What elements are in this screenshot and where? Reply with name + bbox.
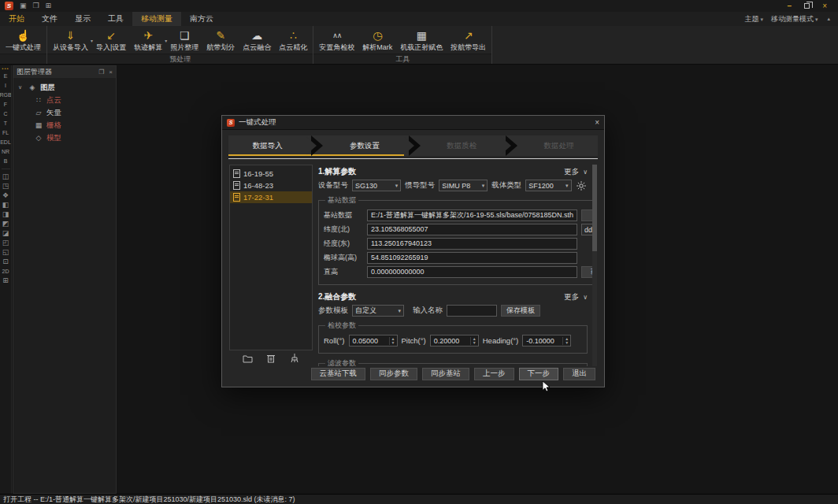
view-nr-icon[interactable]: NR [2, 148, 9, 155]
ribbon-item-pointcloud-fusion[interactable]: ☁ 点云融合 [239, 27, 275, 54]
longitude-input[interactable]: 113.250167940123 [367, 238, 577, 250]
layer-item-model[interactable]: ◇ 模型 [18, 132, 116, 144]
ribbon-item-trajectory-solve[interactable]: ✈ 轨迹解算 ▾ [130, 27, 166, 54]
next-step-button[interactable]: 下一步 [519, 368, 559, 380]
delete-trash-icon[interactable] [267, 354, 275, 363]
ribbon-item-strip-divide[interactable]: ✎ 航带划分 [202, 27, 239, 54]
sortie-item[interactable]: 16-19-55 [230, 168, 312, 180]
carrier-type-select[interactable]: SF1200 [525, 180, 571, 191]
menu-south-cloud[interactable]: 南方云 [181, 12, 222, 26]
view-f-icon[interactable]: F [4, 101, 7, 108]
dialog-scrollbar[interactable] [592, 165, 597, 366]
imu-model-select[interactable]: SIMU P8 [439, 180, 488, 191]
ribbon-item-import-from-device[interactable]: ⇓ 从设备导入 ▾ [49, 27, 92, 54]
latitude-input[interactable]: 23.105368055007 [367, 224, 577, 235]
tree-collapse-icon[interactable]: ∨ [18, 84, 24, 91]
vertical-height-input[interactable]: 0.000000000000 [367, 266, 577, 278]
gear-icon[interactable] [576, 180, 588, 191]
view-bottom-icon[interactable]: ◪ [2, 230, 9, 237]
layer-item-pointcloud[interactable]: ∷ 点云 [18, 94, 116, 106]
pitch-stepper[interactable]: 0.20000▲▼ [430, 335, 479, 346]
save-template-button[interactable]: 保存模板 [501, 305, 540, 317]
view-b-icon[interactable]: B [4, 158, 8, 165]
restore-icon[interactable] [804, 3, 810, 9]
sortie-item-selected[interactable]: 17-22-31 [230, 191, 312, 203]
ribbon-item-photo-organize[interactable]: ❏ 照片整理 [166, 27, 202, 54]
spin-down-icon[interactable]: ▼ [391, 341, 395, 345]
minimize-icon[interactable]: – [788, 2, 792, 10]
section2-more-toggle[interactable]: 更多∨ [564, 292, 588, 302]
close-icon[interactable]: × [822, 2, 827, 10]
open-project-icon[interactable]: ❒ [33, 2, 39, 10]
view-fit-icon[interactable]: ⊡ [2, 258, 9, 265]
sync-base-button[interactable]: 同步基站 [422, 368, 469, 380]
ribbon-item-boresight-calibration[interactable]: ∧∧ 安置角检校 [315, 27, 358, 54]
ribbon-item-import-settings[interactable]: ↙ 导入|设置 [92, 27, 130, 54]
base-data-input[interactable]: E:/1-普通解算一键解算多架次/16-19-55.sls/base/07581… [367, 209, 577, 221]
layer-tree-root[interactable]: ∨ ◈ 图层 [18, 81, 116, 94]
clean-broom-icon[interactable] [290, 354, 299, 363]
sortie-item[interactable]: 16-48-23 [230, 180, 312, 191]
ribbon-item-one-click-process[interactable]: ☝ 一键式处理 [2, 27, 45, 54]
ribbon-item-pointcloud-refine[interactable]: ∴ 点云精化 [275, 27, 311, 54]
menu-start[interactable]: 开始 [0, 12, 33, 26]
ribbon-item-ortho-colorize[interactable]: ▦ 机载正射赋色 [396, 27, 447, 54]
save-icon[interactable]: ▣ [20, 2, 27, 10]
step-parameter-settings[interactable]: 参数设置 [325, 135, 403, 156]
step-data-import[interactable]: 数据导入 [228, 135, 306, 156]
mode-dropdown[interactable]: 移动测量模式▾ [771, 14, 818, 24]
view-2d-icon[interactable]: 2D [2, 268, 9, 275]
latitude-label: 纬度(北) [324, 224, 363, 235]
template-name-input[interactable] [447, 305, 497, 317]
new-project-icon[interactable]: ⊞ [46, 2, 52, 10]
view-left-icon[interactable]: ◧ [2, 202, 9, 209]
section2-title: 2.融合参数 [318, 291, 356, 302]
device-model-select[interactable]: SG130 [352, 180, 401, 191]
view-rgb-icon[interactable]: RGB [0, 91, 12, 98]
add-view-icon[interactable]: ⊞ [2, 277, 9, 284]
menu-mobile-survey[interactable]: 移动测量 [132, 12, 181, 26]
menu-tools[interactable]: 工具 [99, 12, 132, 26]
collapse-ribbon-icon[interactable]: ▴ [827, 16, 830, 22]
step-data-process[interactable]: 数据处理 [520, 135, 598, 156]
view-edl-icon[interactable]: EDL [0, 139, 11, 146]
previous-step-button[interactable]: 上一步 [474, 368, 514, 380]
spin-down-icon[interactable]: ▼ [473, 341, 476, 345]
theme-dropdown[interactable]: 主题▾ [744, 14, 763, 24]
sync-params-button[interactable]: 同步参数 [370, 368, 417, 380]
cloud-base-download-button[interactable]: 云基站下载 [311, 368, 366, 380]
dialog-app-icon: S [227, 119, 235, 127]
menu-display[interactable]: 显示 [66, 12, 99, 26]
view-intensity-icon[interactable]: I [5, 82, 6, 89]
menu-file[interactable]: 文件 [33, 12, 66, 26]
open-folder-icon[interactable] [243, 354, 253, 363]
view-right-icon[interactable]: ◨ [2, 211, 9, 218]
exit-button[interactable]: 退出 [563, 368, 595, 380]
view-t-icon[interactable]: T [4, 120, 7, 127]
layer-item-raster[interactable]: ▦ 栅格 [18, 119, 116, 132]
view-elevation-icon[interactable]: E [4, 72, 8, 80]
pan-hand-icon[interactable]: ❖ [2, 192, 9, 199]
view-back-icon[interactable]: ◱ [2, 249, 9, 256]
float-panel-icon[interactable]: ❐ [98, 69, 104, 76]
param-template-select[interactable]: 自定义 [352, 305, 404, 317]
view-c-icon[interactable]: C [3, 110, 7, 117]
ribbon-item-export-by-strip[interactable]: ↗ 按航带导出 [447, 27, 490, 54]
heading-stepper[interactable]: -0.10000▲▼ [522, 335, 571, 346]
dialog-titlebar[interactable]: S 一键式处理 × [222, 116, 604, 130]
layer-item-vector[interactable]: ▱ 矢量 [18, 106, 116, 119]
view-top-icon[interactable]: ◩ [2, 220, 9, 228]
view-cube-icon[interactable]: ◫ [2, 173, 9, 180]
view-front-icon[interactable]: ◰ [2, 239, 9, 246]
step-data-qc[interactable]: 数据质检 [423, 135, 501, 156]
close-panel-icon[interactable]: × [109, 69, 113, 76]
view-fl-icon[interactable]: FL [2, 129, 9, 136]
spin-down-icon[interactable]: ▼ [565, 341, 569, 345]
ribbon-item-parse-mark[interactable]: ◷ 解析Mark [358, 27, 396, 54]
dialog-close-icon[interactable]: × [595, 118, 599, 127]
view-cube-corner-icon[interactable]: ◳ [2, 183, 9, 190]
section1-more-toggle[interactable]: 更多∨ [564, 167, 588, 177]
ellipsoid-height-input[interactable]: 54.851092265919 [367, 252, 577, 264]
roll-stepper[interactable]: 0.05000▲▼ [349, 335, 398, 346]
scrollbar-thumb[interactable] [592, 165, 597, 251]
